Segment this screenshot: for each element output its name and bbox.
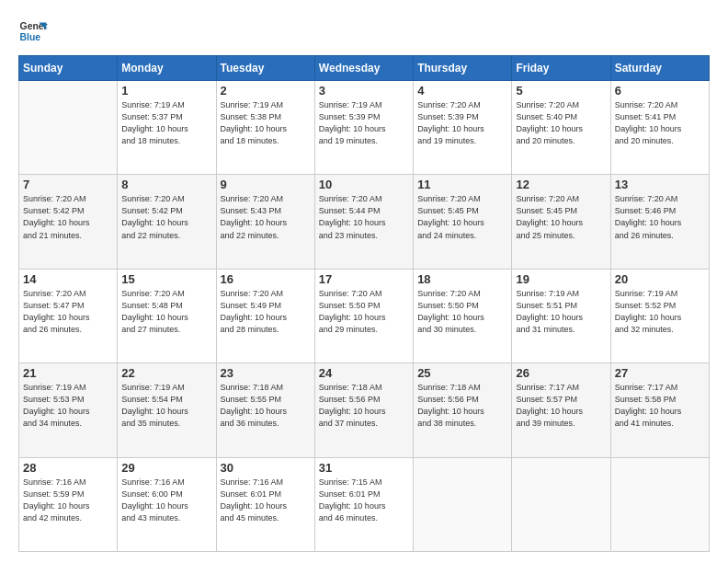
weekday-header-saturday: Saturday [610, 56, 709, 81]
weekday-header-friday: Friday [512, 56, 610, 81]
calendar-cell: 14Sunrise: 7:20 AM Sunset: 5:47 PM Dayli… [19, 269, 118, 362]
day-number: 22 [121, 366, 211, 380]
day-info: Sunrise: 7:20 AM Sunset: 5:50 PM Dayligh… [417, 288, 507, 336]
day-info: Sunrise: 7:16 AM Sunset: 6:01 PM Dayligh… [221, 477, 311, 524]
day-number: 5 [516, 84, 606, 98]
header: General Blue [18, 17, 710, 46]
day-number: 11 [417, 178, 507, 191]
calendar-cell: 6Sunrise: 7:20 AM Sunset: 5:41 PM Daylig… [610, 81, 709, 175]
calendar-cell: 23Sunrise: 7:18 AM Sunset: 5:55 PM Dayli… [216, 363, 314, 457]
calendar-cell: 19Sunrise: 7:19 AM Sunset: 5:51 PM Dayli… [512, 269, 610, 362]
calendar-cell: 29Sunrise: 7:16 AM Sunset: 6:00 PM Dayli… [118, 457, 216, 551]
day-info: Sunrise: 7:20 AM Sunset: 5:41 PM Dayligh… [615, 99, 705, 147]
day-info: Sunrise: 7:19 AM Sunset: 5:39 PM Dayligh… [319, 99, 409, 147]
calendar-cell: 30Sunrise: 7:16 AM Sunset: 6:01 PM Dayli… [216, 457, 314, 551]
day-info: Sunrise: 7:20 AM Sunset: 5:50 PM Dayligh… [319, 288, 409, 336]
day-info: Sunrise: 7:20 AM Sunset: 5:46 PM Dayligh… [615, 193, 705, 241]
day-info: Sunrise: 7:19 AM Sunset: 5:38 PM Dayligh… [221, 99, 311, 147]
weekday-header-monday: Monday [118, 56, 216, 81]
day-info: Sunrise: 7:19 AM Sunset: 5:37 PM Dayligh… [121, 99, 211, 147]
calendar-cell [610, 457, 709, 551]
day-number: 28 [23, 461, 113, 475]
calendar-cell: 20Sunrise: 7:19 AM Sunset: 5:52 PM Dayli… [610, 269, 709, 362]
day-number: 19 [516, 272, 606, 286]
day-info: Sunrise: 7:19 AM Sunset: 5:54 PM Dayligh… [121, 382, 211, 430]
day-info: Sunrise: 7:19 AM Sunset: 5:53 PM Dayligh… [23, 382, 113, 430]
weekday-header-sunday: Sunday [19, 56, 118, 81]
page: General Blue SundayMondayTuesdayWednesda… [0, 0, 728, 563]
calendar-cell: 5Sunrise: 7:20 AM Sunset: 5:40 PM Daylig… [512, 81, 610, 175]
calendar-cell: 28Sunrise: 7:16 AM Sunset: 5:59 PM Dayli… [19, 457, 118, 551]
calendar-cell: 17Sunrise: 7:20 AM Sunset: 5:50 PM Dayli… [314, 269, 413, 362]
day-number: 1 [121, 84, 211, 98]
calendar-cell: 11Sunrise: 7:20 AM Sunset: 5:45 PM Dayli… [414, 175, 512, 269]
day-number: 18 [417, 272, 507, 286]
calendar-cell: 31Sunrise: 7:15 AM Sunset: 6:01 PM Dayli… [314, 457, 413, 551]
day-info: Sunrise: 7:20 AM Sunset: 5:49 PM Dayligh… [221, 288, 311, 336]
day-info: Sunrise: 7:20 AM Sunset: 5:42 PM Dayligh… [23, 193, 113, 241]
calendar-week-row: 28Sunrise: 7:16 AM Sunset: 5:59 PM Dayli… [19, 457, 710, 551]
day-number: 14 [23, 272, 113, 286]
day-info: Sunrise: 7:20 AM Sunset: 5:42 PM Dayligh… [121, 193, 211, 241]
day-info: Sunrise: 7:20 AM Sunset: 5:45 PM Dayligh… [516, 193, 606, 241]
calendar-cell: 16Sunrise: 7:20 AM Sunset: 5:49 PM Dayli… [216, 269, 314, 362]
day-info: Sunrise: 7:20 AM Sunset: 5:39 PM Dayligh… [417, 99, 507, 147]
day-number: 3 [319, 84, 409, 98]
day-info: Sunrise: 7:19 AM Sunset: 5:51 PM Dayligh… [516, 288, 606, 336]
weekday-header-thursday: Thursday [414, 56, 512, 81]
calendar-week-row: 14Sunrise: 7:20 AM Sunset: 5:47 PM Dayli… [19, 269, 710, 362]
day-info: Sunrise: 7:18 AM Sunset: 5:56 PM Dayligh… [417, 382, 507, 430]
calendar-cell [414, 457, 512, 551]
day-info: Sunrise: 7:16 AM Sunset: 6:00 PM Dayligh… [121, 477, 211, 524]
day-number: 25 [417, 366, 507, 380]
day-info: Sunrise: 7:17 AM Sunset: 5:57 PM Dayligh… [516, 382, 606, 430]
day-info: Sunrise: 7:18 AM Sunset: 5:56 PM Dayligh… [319, 382, 409, 430]
calendar-week-row: 1Sunrise: 7:19 AM Sunset: 5:37 PM Daylig… [19, 81, 710, 175]
day-number: 23 [221, 366, 311, 380]
day-info: Sunrise: 7:20 AM Sunset: 5:40 PM Dayligh… [516, 99, 606, 147]
calendar-cell: 10Sunrise: 7:20 AM Sunset: 5:44 PM Dayli… [314, 175, 413, 269]
day-info: Sunrise: 7:19 AM Sunset: 5:52 PM Dayligh… [615, 288, 705, 336]
calendar-cell: 15Sunrise: 7:20 AM Sunset: 5:48 PM Dayli… [118, 269, 216, 362]
day-number: 21 [23, 366, 113, 380]
weekday-header-row: SundayMondayTuesdayWednesdayThursdayFrid… [19, 56, 710, 81]
day-number: 20 [615, 272, 705, 286]
day-number: 12 [516, 178, 606, 191]
calendar-cell: 12Sunrise: 7:20 AM Sunset: 5:45 PM Dayli… [512, 175, 610, 269]
day-number: 15 [121, 272, 211, 286]
calendar-week-row: 7Sunrise: 7:20 AM Sunset: 5:42 PM Daylig… [19, 175, 710, 269]
day-number: 2 [221, 84, 311, 98]
calendar-cell: 25Sunrise: 7:18 AM Sunset: 5:56 PM Dayli… [414, 363, 512, 457]
day-number: 24 [319, 366, 409, 380]
calendar-cell: 21Sunrise: 7:19 AM Sunset: 5:53 PM Dayli… [19, 363, 118, 457]
calendar-week-row: 21Sunrise: 7:19 AM Sunset: 5:53 PM Dayli… [19, 363, 710, 457]
day-info: Sunrise: 7:20 AM Sunset: 5:44 PM Dayligh… [319, 193, 409, 241]
calendar-cell: 26Sunrise: 7:17 AM Sunset: 5:57 PM Dayli… [512, 363, 610, 457]
day-info: Sunrise: 7:20 AM Sunset: 5:43 PM Dayligh… [221, 193, 311, 241]
day-number: 10 [319, 178, 409, 191]
calendar-cell: 4Sunrise: 7:20 AM Sunset: 5:39 PM Daylig… [414, 81, 512, 175]
day-number: 7 [23, 178, 113, 191]
logo: General Blue [18, 17, 48, 46]
day-number: 30 [221, 461, 311, 475]
calendar-cell: 24Sunrise: 7:18 AM Sunset: 5:56 PM Dayli… [314, 363, 413, 457]
calendar-table: SundayMondayTuesdayWednesdayThursdayFrid… [18, 55, 710, 552]
svg-text:Blue: Blue [20, 32, 41, 42]
day-info: Sunrise: 7:15 AM Sunset: 6:01 PM Dayligh… [319, 477, 409, 524]
day-number: 27 [615, 366, 705, 380]
logo-icon: General Blue [18, 17, 48, 46]
day-number: 8 [121, 178, 211, 191]
day-info: Sunrise: 7:20 AM Sunset: 5:47 PM Dayligh… [23, 288, 113, 336]
calendar-cell: 22Sunrise: 7:19 AM Sunset: 5:54 PM Dayli… [118, 363, 216, 457]
day-number: 6 [615, 84, 705, 98]
day-info: Sunrise: 7:16 AM Sunset: 5:59 PM Dayligh… [23, 477, 113, 524]
calendar-cell: 18Sunrise: 7:20 AM Sunset: 5:50 PM Dayli… [414, 269, 512, 362]
day-number: 26 [516, 366, 606, 380]
day-number: 9 [221, 178, 311, 191]
calendar-cell: 3Sunrise: 7:19 AM Sunset: 5:39 PM Daylig… [314, 81, 413, 175]
calendar-cell [19, 81, 118, 175]
day-number: 17 [319, 272, 409, 286]
day-info: Sunrise: 7:17 AM Sunset: 5:58 PM Dayligh… [615, 382, 705, 430]
day-info: Sunrise: 7:20 AM Sunset: 5:45 PM Dayligh… [417, 193, 507, 241]
calendar-cell: 27Sunrise: 7:17 AM Sunset: 5:58 PM Dayli… [610, 363, 709, 457]
